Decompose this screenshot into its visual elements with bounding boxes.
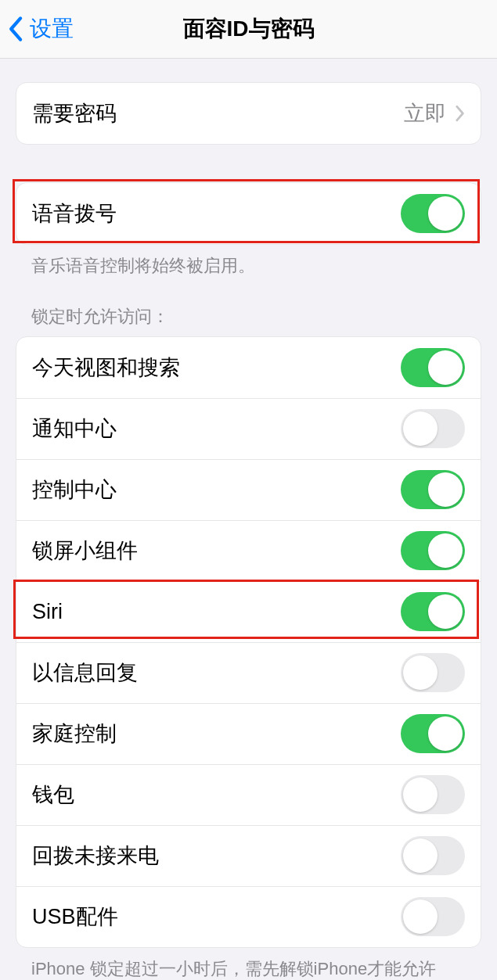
locked-item-toggle[interactable]	[401, 653, 465, 692]
require-passcode-value: 立即	[404, 99, 465, 127]
locked-item-label: USB配件	[32, 903, 118, 931]
voice-dial-toggle[interactable]	[401, 194, 465, 233]
require-passcode-label: 需要密码	[32, 99, 117, 127]
locked-item-toggle[interactable]	[401, 531, 465, 570]
voice-dial-label: 语音拨号	[32, 199, 117, 228]
locked-item-label: 钱包	[32, 781, 74, 809]
page-title: 面容ID与密码	[0, 14, 497, 44]
locked-item-label: 家庭控制	[32, 720, 117, 748]
group-voice-dial: 语音拨号	[16, 182, 481, 245]
row-voice-dial: 语音拨号	[16, 183, 481, 244]
row-locked-item: 控制中心	[16, 459, 481, 520]
row-locked-item: 锁屏小组件	[16, 520, 481, 581]
back-label: 设置	[30, 14, 74, 44]
chevron-left-icon	[8, 16, 25, 42]
locked-item-label: Siri	[32, 600, 63, 624]
locked-item-label: 锁屏小组件	[32, 537, 138, 565]
locked-item-toggle[interactable]	[401, 409, 465, 448]
group-locked-access: 今天视图和搜索通知中心控制中心锁屏小组件Siri以信息回复家庭控制钱包回拨未接来…	[16, 336, 481, 948]
content: 需要密码 立即 语音拨号 音乐语音控制将始终被启用。 锁定时允许访问： 今天视图…	[0, 82, 497, 980]
locked-item-label: 通知中心	[32, 415, 117, 443]
locked-section-header: 锁定时允许访问：	[16, 278, 481, 336]
row-locked-item: 通知中心	[16, 398, 481, 459]
row-locked-item: Siri	[16, 581, 481, 642]
locked-item-toggle[interactable]	[401, 592, 465, 631]
row-locked-item: 钱包	[16, 764, 481, 825]
voice-dial-footer: 音乐语音控制将始终被启用。	[16, 245, 481, 278]
row-require-passcode[interactable]: 需要密码 立即	[16, 83, 481, 144]
row-locked-item: USB配件	[16, 886, 481, 947]
locked-section-footer: iPhone 锁定超过一小时后，需先解锁iPhone才能允许USB 配件连接。	[16, 948, 481, 980]
locked-item-toggle[interactable]	[401, 348, 465, 387]
locked-item-label: 以信息回复	[32, 659, 138, 687]
row-locked-item: 以信息回复	[16, 642, 481, 703]
chevron-right-icon	[454, 105, 465, 122]
group-passcode: 需要密码 立即	[16, 82, 481, 145]
locked-item-toggle[interactable]	[401, 470, 465, 509]
row-locked-item: 今天视图和搜索	[16, 337, 481, 398]
back-button[interactable]: 设置	[0, 14, 74, 44]
row-locked-item: 回拨未接来电	[16, 825, 481, 886]
navbar: 设置 面容ID与密码	[0, 0, 497, 59]
locked-item-toggle[interactable]	[401, 775, 465, 814]
locked-item-label: 回拨未接来电	[32, 842, 159, 870]
locked-item-toggle[interactable]	[401, 714, 465, 753]
locked-item-toggle[interactable]	[401, 836, 465, 875]
locked-item-toggle[interactable]	[401, 897, 465, 936]
locked-item-label: 控制中心	[32, 476, 117, 504]
row-locked-item: 家庭控制	[16, 703, 481, 764]
locked-item-label: 今天视图和搜索	[32, 354, 180, 382]
